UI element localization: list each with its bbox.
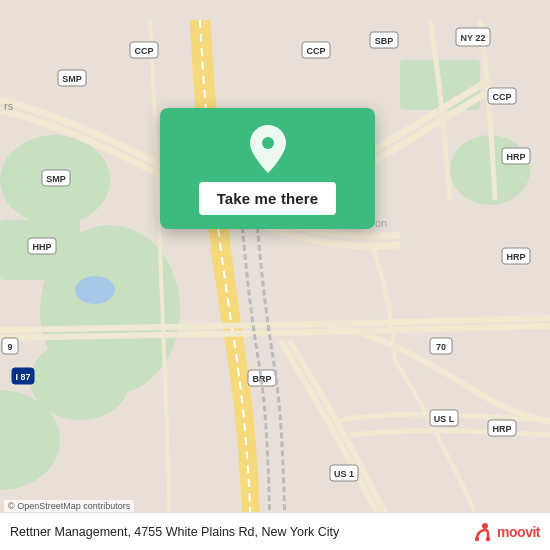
svg-point-8 <box>75 276 115 304</box>
address-text: Rettner Management, 4755 White Plains Rd… <box>10 525 461 539</box>
location-icon-wrap <box>245 126 291 172</box>
svg-point-49 <box>486 536 490 540</box>
svg-point-48 <box>475 536 479 540</box>
svg-text:CCP: CCP <box>306 46 325 56</box>
osm-credit: © OpenStreetMap contributors <box>4 500 134 512</box>
svg-text:9: 9 <box>7 342 12 352</box>
svg-text:US L: US L <box>434 414 455 424</box>
take-me-there-button[interactable]: Take me there <box>199 182 337 215</box>
bottom-bar: Rettner Management, 4755 White Plains Rd… <box>0 512 550 550</box>
map-container: NY 22 SBP CCP CCP CCP SMP SMP HHP HRP HR… <box>0 0 550 550</box>
svg-text:US 1: US 1 <box>334 469 354 479</box>
svg-text:CCP: CCP <box>134 46 153 56</box>
svg-text:on: on <box>375 217 387 229</box>
moovit-icon <box>471 521 493 543</box>
location-pin-icon <box>248 125 288 173</box>
svg-text:SMP: SMP <box>46 174 66 184</box>
svg-point-47 <box>482 523 488 529</box>
svg-text:I 87: I 87 <box>15 372 30 382</box>
map-background: NY 22 SBP CCP CCP CCP SMP SMP HHP HRP HR… <box>0 0 550 550</box>
svg-text:NY 22: NY 22 <box>461 33 486 43</box>
svg-text:rs: rs <box>4 100 14 112</box>
svg-text:HRP: HRP <box>506 252 525 262</box>
svg-text:CCP: CCP <box>492 92 511 102</box>
svg-point-46 <box>262 137 274 149</box>
popup-card: Take me there <box>160 108 375 229</box>
svg-text:SBP: SBP <box>375 36 394 46</box>
moovit-text: moovit <box>497 524 540 540</box>
moovit-logo: moovit <box>471 521 540 543</box>
svg-text:HRP: HRP <box>506 152 525 162</box>
svg-text:SMP: SMP <box>62 74 82 84</box>
svg-text:HHP: HHP <box>32 242 51 252</box>
svg-text:HRP: HRP <box>492 424 511 434</box>
svg-text:70: 70 <box>436 342 446 352</box>
osm-credit-text: © OpenStreetMap contributors <box>8 501 130 511</box>
